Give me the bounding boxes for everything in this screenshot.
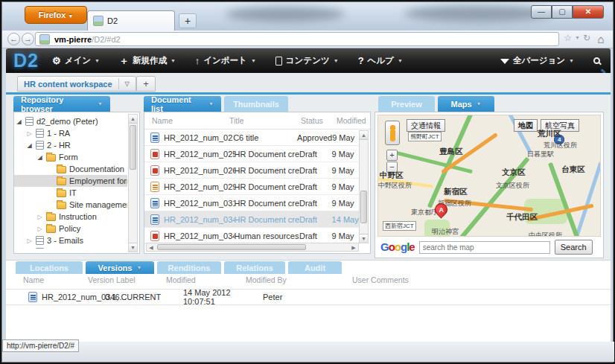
filter-funnel-icon <box>500 59 509 64</box>
traffic-button[interactable]: 交通情報 <box>407 119 445 132</box>
document-row[interactable]: HR_2012_num_0266HR Document created 28/.… <box>144 162 359 179</box>
tree-item-instruction[interactable]: ▷Instruction <box>14 211 127 223</box>
audit-tab[interactable]: Audit <box>288 261 342 274</box>
station-label: 日暮里駅 <box>527 150 554 159</box>
bookmark-star-icon[interactable]: ☆ <box>564 33 572 43</box>
versions-tab[interactable]: Versions▼ <box>86 261 154 274</box>
add-workspace-button[interactable]: + <box>136 76 156 92</box>
column-modified[interactable]: Modified <box>166 275 246 284</box>
scroll-up-arrow[interactable]: ▲ <box>129 115 137 124</box>
document-row-selected[interactable]: HR_2012_num_0346HR Document created 05/.… <box>144 211 359 228</box>
scroll-down-arrow[interactable]: ▼ <box>129 243 137 252</box>
scroll-right-arrow[interactable]: ▶ <box>349 243 358 251</box>
forward-button[interactable]: → <box>22 33 34 45</box>
tree-item-employment-form[interactable]: Employment form <box>14 175 127 187</box>
document-row[interactable]: HR_2012_num_0257HR Document created 28/.… <box>144 146 359 162</box>
menu-help[interactable]: ?ヘルプ▼ <box>358 55 403 66</box>
pdf-file-icon <box>150 165 159 176</box>
menu-content[interactable]: コンテンツ▼ <box>275 55 339 66</box>
list-vertical-scrollbar[interactable]: ▲ ▼ <box>359 130 369 243</box>
folder-icon <box>57 166 66 173</box>
tree-item-d2-demo[interactable]: ◢d2_demo (Peter) <box>14 115 127 127</box>
scroll-down-arrow[interactable]: ▼ <box>360 234 368 243</box>
tree-item-documentation[interactable]: Documentation <box>14 163 127 175</box>
document-list-tab[interactable]: Document list▼ <box>144 96 221 112</box>
tree-item-policy[interactable]: ▷Policy <box>14 223 127 234</box>
menu-new[interactable]: ＋新規作成▼ <box>119 54 176 68</box>
column-version-label[interactable]: Version Label <box>88 275 166 284</box>
tree-item-it[interactable]: IT <box>14 187 127 199</box>
back-button[interactable]: ← <box>7 33 20 45</box>
tree-vertical-scrollbar[interactable]: ▲ ▼ <box>128 114 138 252</box>
folder-icon <box>46 226 56 233</box>
google-map[interactable]: + − 交通情報 地図 航空写真 4 荒川区 荒川区役所 日暮里駅 豊島区 台東… <box>377 115 601 237</box>
map-search-input[interactable] <box>419 241 550 254</box>
cabinet-icon <box>36 248 44 249</box>
version-filter[interactable]: 全バージョン▼ <box>500 55 574 66</box>
window-controls: — ▢ ✕ <box>531 5 604 19</box>
zoom-in-button[interactable]: + <box>386 150 398 161</box>
menu-import[interactable]: ↑インポート▼ <box>195 55 256 66</box>
collapse-icon[interactable]: ◢ <box>36 154 43 161</box>
column-name[interactable]: Name <box>144 116 229 125</box>
search-button[interactable] <box>593 57 600 64</box>
tree-item-3-emails[interactable]: ▷3 - Emails <box>14 234 127 246</box>
menu-main[interactable]: ⚙メイン▼ <box>52 55 100 66</box>
ward-label: 台東区 <box>561 165 585 175</box>
street-view-pegman[interactable] <box>385 121 400 145</box>
locations-tab[interactable]: Locations <box>16 261 83 274</box>
column-modified-by[interactable]: Modified By <box>246 275 352 284</box>
maps-tab[interactable]: Maps▼ <box>438 96 494 112</box>
document-row[interactable]: HR_2012_num_0347Human resources document… <box>144 228 359 244</box>
close-button[interactable]: ✕ <box>573 5 604 19</box>
expand-icon[interactable]: ▷ <box>36 214 43 220</box>
document-row[interactable]: HR_2012_num_0226C6 title Approved9 May <box>144 130 359 146</box>
column-modified[interactable]: Modified <box>337 116 366 125</box>
expand-icon[interactable]: ▷ <box>26 237 33 244</box>
map-type-button[interactable]: 地図 <box>514 119 538 132</box>
home-icon[interactable]: ⌂ <box>593 32 608 46</box>
html-file-icon <box>150 182 159 192</box>
scroll-left-arrow[interactable]: ◀ <box>147 243 156 251</box>
maps-panel: + − 交通情報 地図 航空写真 4 荒川区 荒川区役所 日暮里駅 豊島区 台東… <box>375 112 604 258</box>
minimize-button[interactable]: — <box>531 5 552 19</box>
collapse-icon[interactable]: ◢ <box>26 142 33 149</box>
scroll-thumb[interactable] <box>130 125 136 170</box>
tree-item-2-hr[interactable]: ◢2 - HR <box>14 139 127 151</box>
map-search-button[interactable]: Search <box>555 240 593 255</box>
column-title[interactable]: Title <box>229 116 301 125</box>
preview-tab[interactable]: Preview <box>378 96 435 112</box>
renditions-tab[interactable]: Renditions <box>157 261 221 274</box>
thumbnails-tab[interactable]: Thumbnails <box>224 96 288 112</box>
url-host: vm-pierre <box>54 35 92 44</box>
scroll-thumb[interactable] <box>360 191 367 223</box>
workspace-tab[interactable]: HR content workspace ▽ <box>17 76 136 92</box>
url-dropdown-icon[interactable]: ▼ <box>575 33 580 43</box>
scroll-thumb[interactable] <box>157 244 306 250</box>
document-row[interactable]: HR_2012_num_0294HR Document created 13/.… <box>144 179 359 195</box>
relations-tab[interactable]: Relations <box>224 261 285 274</box>
url-bar[interactable]: vm-pierre/D2/#d2 <box>35 32 559 46</box>
version-row[interactable]: HR_2012_num_0346... 0.1, CURRENT 14 May … <box>6 289 611 305</box>
tree-item-1-ra[interactable]: ▷1 - RA <box>14 127 127 139</box>
maximize-button[interactable]: ▢ <box>552 5 573 19</box>
scroll-up-arrow[interactable]: ▲ <box>360 131 368 140</box>
browser-tab[interactable]: D2 <box>87 10 175 31</box>
expand-icon[interactable]: ▷ <box>36 226 43 232</box>
list-horizontal-scrollbar[interactable]: ◀ ▶ <box>146 243 359 252</box>
collapse-icon[interactable]: ◢ <box>16 118 22 125</box>
column-status[interactable]: Status <box>301 116 337 125</box>
expand-icon[interactable]: ▷ <box>26 130 33 137</box>
tree-item-site-management[interactable]: Site management <box>14 199 127 211</box>
document-row[interactable]: HR_2012_num_0310HR Document created 05/.… <box>144 195 359 211</box>
tree-item-4-str[interactable]: ▷4 - STR <box>14 246 127 249</box>
column-user-comments[interactable]: User Comments <box>352 275 409 284</box>
workspace-dropdown-icon[interactable]: ▽ <box>125 80 130 87</box>
column-name[interactable]: Name <box>6 275 88 284</box>
divider <box>118 78 119 89</box>
reload-icon[interactable]: ↻ <box>583 33 590 43</box>
firefox-menu-button[interactable]: Firefox ▼ <box>25 6 87 24</box>
repository-browser-tab[interactable]: Repository browser▼ <box>13 96 110 112</box>
tree-item-form[interactable]: ◢Form <box>14 151 127 163</box>
new-tab-button[interactable]: + <box>179 13 197 28</box>
